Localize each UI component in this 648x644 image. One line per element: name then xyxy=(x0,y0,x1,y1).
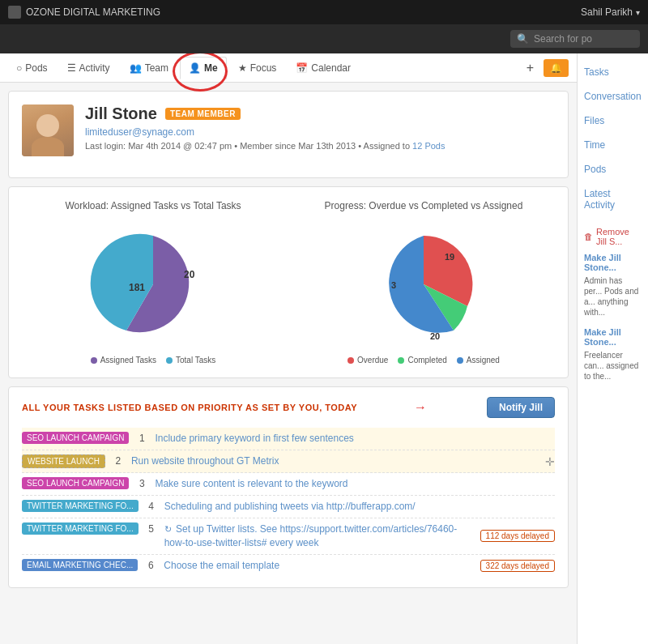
task-desc-2[interactable]: Run website throughout GT Metrix xyxy=(131,454,539,468)
progress-chart-legend: Overdue Completed Assigned xyxy=(292,356,555,365)
remove-jill-link[interactable]: 🗑 Remove Jill S... xyxy=(584,227,642,246)
tab-calendar[interactable]: 📅 Calendar xyxy=(288,58,359,79)
progress-chart: Progress: Overdue vs Completed vs Assign… xyxy=(292,200,555,365)
svg-text:181: 181 xyxy=(129,282,145,293)
make-desc-2: Freelancer can... assigned to the... xyxy=(584,350,642,382)
svg-text:19: 19 xyxy=(445,252,454,262)
make-jill-link-1[interactable]: Make Jill Stone... xyxy=(584,253,642,272)
completed-dot xyxy=(398,357,404,364)
profile-name: Jill Stone xyxy=(85,104,157,123)
tab-team[interactable]: 👥 Team xyxy=(122,58,177,79)
pods-link[interactable]: 12 Pods xyxy=(412,141,445,151)
legend-completed: Completed xyxy=(398,356,446,365)
legend-assigned2: Assigned xyxy=(457,356,500,365)
task-num-6: 6 xyxy=(144,559,157,571)
task-desc-1[interactable]: Include primary keyword in first few sen… xyxy=(155,432,555,446)
notify-button[interactable]: Notify Jill xyxy=(487,397,555,418)
user-name: Sahil Parikh xyxy=(581,6,633,18)
search-wrap[interactable]: 🔍 xyxy=(510,30,640,48)
add-tab-button[interactable]: + xyxy=(520,58,540,79)
repeat-icon-5: ↻ xyxy=(164,524,172,534)
trash-icon: 🗑 xyxy=(584,232,593,241)
overdue-dot xyxy=(347,357,354,364)
sidebar-link-files[interactable]: Files xyxy=(584,110,642,131)
profile-info: Jill Stone TEAM MEMBER limiteduser@synag… xyxy=(85,104,555,151)
progress-pie-svg: 19 3 20 xyxy=(359,220,488,349)
activity-icon: ☰ xyxy=(67,62,76,74)
tab-focus[interactable]: ★ Focus xyxy=(230,58,285,79)
search-icon: 🔍 xyxy=(517,33,529,45)
tab-pods[interactable]: ○ Pods xyxy=(8,58,56,79)
task-desc-6[interactable]: Choose the email template xyxy=(164,559,473,573)
task-num-2: 2 xyxy=(112,454,125,467)
task-desc-3[interactable]: Make sure content is relevant to the key… xyxy=(155,477,555,491)
workload-chart-wrap: 181 20 xyxy=(22,220,284,349)
tab-activity-label: Activity xyxy=(79,62,110,74)
sidebar-link-activity[interactable]: Latest Activity xyxy=(584,183,642,215)
sidebar-link-tasks[interactable]: Tasks xyxy=(584,62,642,83)
legend-overdue: Overdue xyxy=(347,356,388,365)
tab-activity[interactable]: ☰ Activity xyxy=(59,58,118,79)
tab-me-label: Me xyxy=(204,62,218,74)
tab-me[interactable]: 👤 Me xyxy=(180,57,227,79)
profile-name-row: Jill Stone TEAM MEMBER xyxy=(85,104,555,123)
completed-label: Completed xyxy=(407,356,446,365)
task-num-4: 4 xyxy=(145,500,158,512)
task-desc-4[interactable]: Scheduling and publishing tweets via htt… xyxy=(164,500,555,514)
assigned2-dot xyxy=(457,357,463,364)
profile-meta: Last login: Mar 4th 2014 @ 02:47 pm • Me… xyxy=(85,141,555,151)
topbar-right[interactable]: Sahil Parikh ▾ xyxy=(581,6,640,18)
profile-email[interactable]: limiteduser@synage.com xyxy=(85,126,555,138)
arrow-annotation: → xyxy=(414,400,427,415)
task-desc-5[interactable]: ↻ Set up Twitter lists. See https://supp… xyxy=(164,522,474,550)
make-desc-1: Admin has per... Pods and a... anything … xyxy=(584,275,642,318)
task-pod-tag-4: TWITTER MARKETING FO... xyxy=(22,500,139,512)
make-jill-link-2[interactable]: Make Jill Stone... xyxy=(584,327,642,347)
orange-tab[interactable]: 🔔 xyxy=(544,59,569,77)
search-input[interactable] xyxy=(534,33,633,45)
app-title: OZONE DIGITAL MARKETING xyxy=(26,6,160,18)
calendar-icon: 📅 xyxy=(296,62,308,74)
task-pod-tag-5: TWITTER MARKETING FO... xyxy=(22,522,139,535)
task-num-3: 3 xyxy=(135,477,148,489)
legend-total: Total Tasks xyxy=(166,356,215,365)
avatar xyxy=(22,104,74,156)
svg-text:20: 20 xyxy=(430,331,440,341)
svg-text:3: 3 xyxy=(391,280,396,290)
profile-header: Jill Stone TEAM MEMBER limiteduser@synag… xyxy=(22,104,555,156)
svg-text:20: 20 xyxy=(184,269,195,280)
team-badge: TEAM MEMBER xyxy=(165,108,241,120)
remove-label: Remove Jill S... xyxy=(596,227,642,246)
task-move-icon-2[interactable]: ✛ xyxy=(545,455,555,468)
sidebar-link-conversation[interactable]: Conversation xyxy=(584,86,642,107)
progress-chart-wrap: 19 3 20 xyxy=(292,220,555,349)
task-pod-tag-2: WEBSITE LAUNCH xyxy=(22,454,105,468)
profile-section: Jill Stone TEAM MEMBER limiteduser@synag… xyxy=(8,91,569,178)
legend-assigned: Assigned Tasks xyxy=(91,356,156,365)
task-row-1: SEO LAUNCH CAMPAIGN 1 Include primary ke… xyxy=(22,428,555,450)
sidebar-actions: 🗑 Remove Jill S... Make Jill Stone... Ad… xyxy=(584,227,642,382)
sidebar-link-time[interactable]: Time xyxy=(584,134,642,156)
team-icon: 👥 xyxy=(130,62,142,74)
topbar-left: OZONE DIGITAL MARKETING xyxy=(8,6,160,19)
pods-icon: ○ xyxy=(16,62,22,74)
task-pod-tag-6: EMAIL MARKETING CHEC... xyxy=(22,559,138,571)
topbar: OZONE DIGITAL MARKETING Sahil Parikh ▾ xyxy=(0,0,648,24)
workload-pie-svg: 181 20 xyxy=(88,220,218,349)
task-row-2: WEBSITE LAUNCH 2 Run website throughout … xyxy=(22,450,555,473)
task-num-5: 5 xyxy=(145,522,158,535)
workload-chart: Workload: Assigned Tasks vs Total Tasks … xyxy=(22,200,284,365)
sidebar-link-pods[interactable]: Pods xyxy=(584,159,642,180)
tab-pods-label: Pods xyxy=(25,62,47,74)
overdue-label: Overdue xyxy=(357,356,388,365)
workload-chart-title: Workload: Assigned Tasks vs Total Tasks xyxy=(22,200,284,211)
searchbar: 🔍 xyxy=(0,24,648,53)
task-delay-badge-5: 112 days delayed xyxy=(480,530,555,542)
tasks-title: ALL YOUR TASKS LISTED BASED ON PRIORITY … xyxy=(22,403,357,412)
me-icon: 👤 xyxy=(189,62,201,74)
user-dropdown-arrow[interactable]: ▾ xyxy=(636,8,640,17)
tab-team-label: Team xyxy=(145,62,168,74)
task-delay-badge-6: 322 days delayed xyxy=(480,560,555,572)
nav-tabs: ○ Pods ☰ Activity 👥 Team 👤 Me ★ Focus xyxy=(0,53,577,83)
total-label: Total Tasks xyxy=(176,356,215,365)
